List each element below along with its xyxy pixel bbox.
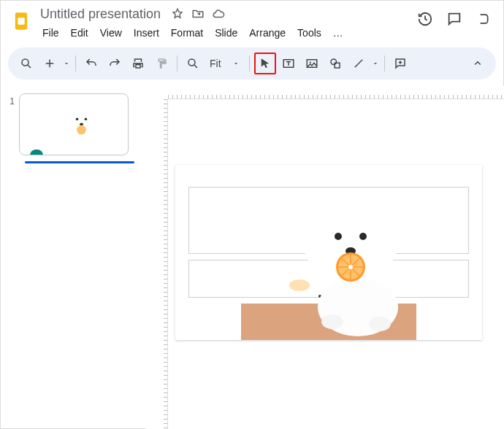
comment-icon[interactable] [446,11,462,27]
slide-thumbnail[interactable] [19,93,129,155]
add-comment-icon[interactable] [389,53,411,74]
new-slide-dropdown-icon[interactable] [62,60,71,67]
horizontal-ruler [168,86,504,99]
history-icon[interactable] [417,11,433,27]
svg-point-48 [289,279,310,291]
menubar: File Edit View Insert Format Slide Arran… [37,24,417,42]
shape-icon[interactable] [324,53,346,74]
svg-point-42 [85,117,88,120]
toolbar: Fit [8,47,496,80]
svg-point-51 [321,314,343,329]
svg-point-39 [65,115,76,130]
paint-format-icon[interactable] [150,53,172,74]
svg-point-59 [310,223,332,245]
textbox-icon[interactable] [278,53,299,74]
slide-canvas[interactable] [175,165,482,340]
select-icon[interactable] [254,53,276,74]
svg-point-43 [80,123,83,125]
separator [249,55,250,72]
slides-logo-icon[interactable] [8,8,34,34]
new-slide-icon[interactable] [39,53,61,74]
svg-point-41 [76,117,79,120]
undo-icon[interactable] [80,53,102,74]
line-icon[interactable] [348,53,370,74]
svg-point-61 [335,233,342,240]
search-icon[interactable] [15,53,37,74]
vertical-ruler [155,99,168,429]
filmstrip: 1 [0,86,146,429]
separator [177,55,177,72]
move-to-drive-icon[interactable] [191,7,205,20]
svg-point-62 [359,233,367,240]
svg-point-70 [348,265,353,269]
menu-format[interactable]: Format [166,24,208,42]
redo-icon[interactable] [104,53,126,74]
menu-insert[interactable]: Insert [129,24,164,42]
speaker-notes-indicator [30,150,43,155]
thumbnail-selection-indicator [25,161,134,163]
present-icon[interactable] [476,11,490,27]
svg-point-60 [369,223,391,245]
menu-tools[interactable]: Tools [292,24,327,42]
collapse-icon[interactable] [467,53,489,74]
print-icon[interactable] [127,53,149,74]
separator [75,55,76,72]
header: Untitled presentation File Edit View Ins… [1,1,503,43]
slide-number: 1 [6,93,15,107]
menu-slide[interactable]: Slide [210,24,243,42]
menu-file[interactable]: File [37,24,64,42]
canvas-area[interactable] [146,86,504,429]
menu-view[interactable]: View [95,24,127,42]
svg-point-44 [77,125,86,134]
separator [384,55,385,72]
menu-edit[interactable]: Edit [66,24,93,42]
zoom-icon[interactable] [182,53,204,74]
star-icon[interactable] [171,7,184,20]
menu-more[interactable]: … [328,24,348,42]
inserted-image[interactable] [241,165,416,340]
svg-point-52 [369,317,391,331]
doc-title[interactable]: Untitled presentation [37,5,164,23]
line-dropdown-icon[interactable] [371,60,380,67]
svg-rect-33 [18,18,24,24]
svg-point-40 [87,115,98,130]
image-icon[interactable] [301,53,323,74]
zoom-level[interactable]: Fit [205,58,226,69]
svg-point-38 [70,134,99,154]
zoom-dropdown-icon[interactable] [227,60,245,67]
menu-arrange[interactable]: Arrange [244,24,291,42]
cloud-status-icon[interactable] [212,7,225,20]
